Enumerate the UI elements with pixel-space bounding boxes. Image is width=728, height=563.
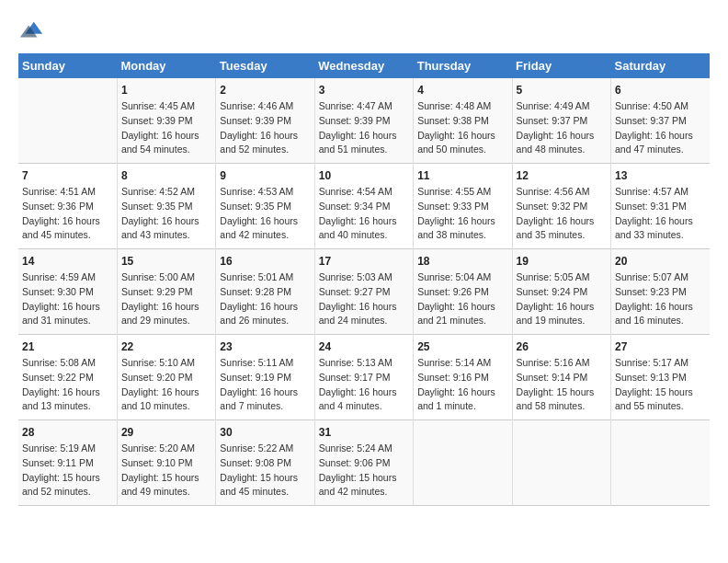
logo [18,18,48,44]
day-number: 31 [319,426,409,439]
calendar-cell: 30Sunrise: 5:22 AMSunset: 9:08 PMDayligh… [216,420,314,506]
day-info: Sunrise: 5:22 AMSunset: 9:08 PMDaylight:… [220,442,310,500]
logo-icon [18,18,44,44]
calendar-cell: 12Sunrise: 4:56 AMSunset: 9:32 PMDayligh… [512,164,610,249]
day-number: 20 [615,255,706,268]
day-number: 8 [121,169,211,182]
calendar-cell: 29Sunrise: 5:20 AMSunset: 9:10 PMDayligh… [117,420,215,506]
day-info: Sunrise: 4:54 AMSunset: 9:34 PMDaylight:… [319,185,409,243]
day-info: Sunrise: 4:56 AMSunset: 9:32 PMDaylight:… [517,185,607,243]
day-number: 10 [319,169,409,182]
calendar-cell: 20Sunrise: 5:07 AMSunset: 9:23 PMDayligh… [611,249,710,335]
day-number: 16 [220,255,310,268]
day-info: Sunrise: 4:57 AMSunset: 9:31 PMDaylight:… [615,185,706,243]
calendar-cell: 18Sunrise: 5:04 AMSunset: 9:26 PMDayligh… [414,249,512,335]
day-number: 7 [22,169,113,182]
day-number: 5 [517,84,607,97]
day-number: 24 [319,340,409,353]
calendar-cell: 26Sunrise: 5:16 AMSunset: 9:14 PMDayligh… [512,335,610,420]
day-info: Sunrise: 5:20 AMSunset: 9:10 PMDaylight:… [121,442,211,500]
column-headers: SundayMondayTuesdayWednesdayThursdayFrid… [18,53,710,78]
column-header-friday: Friday [512,53,610,78]
day-number: 4 [417,84,507,97]
calendar-cell [414,420,512,506]
day-info: Sunrise: 4:51 AMSunset: 9:36 PMDaylight:… [22,185,113,243]
calendar-cell [611,420,710,506]
calendar-cell: 27Sunrise: 5:17 AMSunset: 9:13 PMDayligh… [611,335,710,420]
day-info: Sunrise: 5:01 AMSunset: 9:28 PMDaylight:… [220,270,310,328]
column-header-sunday: Sunday [18,53,117,78]
column-header-wednesday: Wednesday [314,53,413,78]
calendar-cell: 3Sunrise: 4:47 AMSunset: 9:39 PMDaylight… [314,78,413,164]
day-info: Sunrise: 5:19 AMSunset: 9:11 PMDaylight:… [22,442,113,500]
calendar-cell: 13Sunrise: 4:57 AMSunset: 9:31 PMDayligh… [611,164,710,249]
day-number: 6 [615,84,706,97]
calendar-cell: 16Sunrise: 5:01 AMSunset: 9:28 PMDayligh… [216,249,314,335]
column-header-thursday: Thursday [414,53,512,78]
day-number: 9 [220,169,310,182]
calendar-cell: 17Sunrise: 5:03 AMSunset: 9:27 PMDayligh… [314,249,413,335]
day-number: 11 [417,169,507,182]
calendar-cell: 31Sunrise: 5:24 AMSunset: 9:06 PMDayligh… [314,420,413,506]
day-info: Sunrise: 4:50 AMSunset: 9:37 PMDaylight:… [615,99,706,157]
calendar-cell: 22Sunrise: 5:10 AMSunset: 9:20 PMDayligh… [117,335,215,420]
day-info: Sunrise: 4:59 AMSunset: 9:30 PMDaylight:… [22,270,113,328]
week-row-5: 28Sunrise: 5:19 AMSunset: 9:11 PMDayligh… [18,420,710,506]
calendar-cell: 6Sunrise: 4:50 AMSunset: 9:37 PMDaylight… [611,78,710,164]
calendar-cell: 1Sunrise: 4:45 AMSunset: 9:39 PMDaylight… [117,78,215,164]
calendar-cell: 9Sunrise: 4:53 AMSunset: 9:35 PMDaylight… [216,164,314,249]
day-number: 21 [22,340,113,353]
calendar-cell: 19Sunrise: 5:05 AMSunset: 9:24 PMDayligh… [512,249,610,335]
day-info: Sunrise: 5:13 AMSunset: 9:17 PMDaylight:… [319,356,409,414]
calendar-cell: 21Sunrise: 5:08 AMSunset: 9:22 PMDayligh… [18,335,117,420]
day-number: 28 [22,426,113,439]
day-info: Sunrise: 4:45 AMSunset: 9:39 PMDaylight:… [121,99,211,157]
week-row-2: 7Sunrise: 4:51 AMSunset: 9:36 PMDaylight… [18,164,710,249]
column-header-saturday: Saturday [611,53,710,78]
day-info: Sunrise: 5:04 AMSunset: 9:26 PMDaylight:… [417,270,507,328]
calendar-cell [512,420,610,506]
day-info: Sunrise: 5:08 AMSunset: 9:22 PMDaylight:… [22,356,113,414]
calendar-cell: 14Sunrise: 4:59 AMSunset: 9:30 PMDayligh… [18,249,117,335]
day-info: Sunrise: 5:10 AMSunset: 9:20 PMDaylight:… [121,356,211,414]
calendar-cell: 15Sunrise: 5:00 AMSunset: 9:29 PMDayligh… [117,249,215,335]
day-info: Sunrise: 4:55 AMSunset: 9:33 PMDaylight:… [417,185,507,243]
calendar-cell: 28Sunrise: 5:19 AMSunset: 9:11 PMDayligh… [18,420,117,506]
day-info: Sunrise: 5:03 AMSunset: 9:27 PMDaylight:… [319,270,409,328]
week-row-4: 21Sunrise: 5:08 AMSunset: 9:22 PMDayligh… [18,335,710,420]
day-info: Sunrise: 5:17 AMSunset: 9:13 PMDaylight:… [615,356,706,414]
day-info: Sunrise: 4:53 AMSunset: 9:35 PMDaylight:… [220,185,310,243]
day-number: 29 [121,426,211,439]
day-info: Sunrise: 5:05 AMSunset: 9:24 PMDaylight:… [517,270,607,328]
day-info: Sunrise: 4:49 AMSunset: 9:37 PMDaylight:… [517,99,607,157]
day-number: 30 [220,426,310,439]
day-number: 23 [220,340,310,353]
day-info: Sunrise: 5:14 AMSunset: 9:16 PMDaylight:… [417,356,507,414]
calendar-table: SundayMondayTuesdayWednesdayThursdayFrid… [18,53,710,506]
calendar-cell: 24Sunrise: 5:13 AMSunset: 9:17 PMDayligh… [314,335,413,420]
day-info: Sunrise: 4:52 AMSunset: 9:35 PMDaylight:… [121,185,211,243]
day-number: 19 [517,255,607,268]
column-header-tuesday: Tuesday [216,53,314,78]
calendar-cell: 10Sunrise: 4:54 AMSunset: 9:34 PMDayligh… [314,164,413,249]
calendar-cell: 23Sunrise: 5:11 AMSunset: 9:19 PMDayligh… [216,335,314,420]
day-number: 27 [615,340,706,353]
day-info: Sunrise: 4:48 AMSunset: 9:38 PMDaylight:… [417,99,507,157]
day-number: 15 [121,255,211,268]
day-number: 22 [121,340,211,353]
day-info: Sunrise: 5:24 AMSunset: 9:06 PMDaylight:… [319,442,409,500]
day-number: 1 [121,84,211,97]
day-info: Sunrise: 5:16 AMSunset: 9:14 PMDaylight:… [517,356,607,414]
calendar-cell: 25Sunrise: 5:14 AMSunset: 9:16 PMDayligh… [414,335,512,420]
day-info: Sunrise: 5:00 AMSunset: 9:29 PMDaylight:… [121,270,211,328]
calendar-cell: 7Sunrise: 4:51 AMSunset: 9:36 PMDaylight… [18,164,117,249]
calendar-cell: 2Sunrise: 4:46 AMSunset: 9:39 PMDaylight… [216,78,314,164]
week-row-1: 1Sunrise: 4:45 AMSunset: 9:39 PMDaylight… [18,78,710,164]
calendar-cell: 8Sunrise: 4:52 AMSunset: 9:35 PMDaylight… [117,164,215,249]
day-number: 17 [319,255,409,268]
day-number: 3 [319,84,409,97]
day-info: Sunrise: 4:47 AMSunset: 9:39 PMDaylight:… [319,99,409,157]
day-info: Sunrise: 5:07 AMSunset: 9:23 PMDaylight:… [615,270,706,328]
day-info: Sunrise: 5:11 AMSunset: 9:19 PMDaylight:… [220,356,310,414]
day-number: 26 [517,340,607,353]
